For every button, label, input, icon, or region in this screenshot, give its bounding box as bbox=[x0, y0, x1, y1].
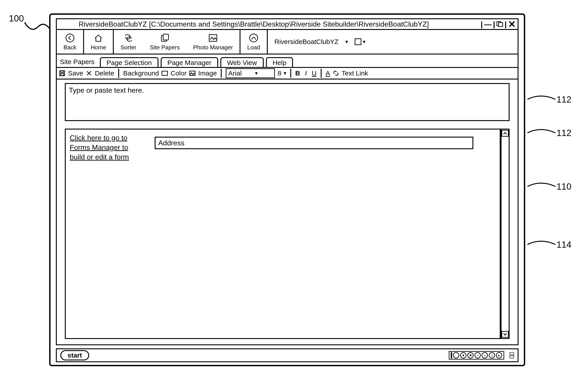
site-papers-button[interactable]: Site Papers bbox=[143, 30, 186, 54]
window-controls: | — | | ✕ bbox=[481, 19, 516, 30]
font-size-select[interactable]: 8 ▾ bbox=[278, 69, 286, 77]
project-selector[interactable]: RiversideBoatClubYZ ▾ ▾ bbox=[268, 30, 518, 54]
svg-point-4 bbox=[66, 34, 74, 42]
svg-rect-10 bbox=[61, 71, 63, 73]
dropdown-caret-icon: ▾ bbox=[363, 39, 365, 45]
save-button[interactable]: Save bbox=[68, 69, 83, 77]
home-label: Home bbox=[91, 44, 106, 51]
site-papers-label: Site Papers bbox=[150, 44, 180, 51]
vertical-scrollbar[interactable] bbox=[501, 129, 509, 339]
text-entry-area[interactable]: Type or paste text here. bbox=[65, 83, 509, 121]
figure-ref-112b: 112 bbox=[527, 125, 571, 141]
tray-record-icon[interactable]: ● bbox=[460, 352, 466, 358]
taskbar: start ● ■ « » ॥ ▸ bbox=[56, 348, 519, 362]
sorter-button[interactable]: Sorter bbox=[114, 30, 143, 54]
color-picker-swatch[interactable] bbox=[355, 38, 361, 45]
dropdown-caret-icon: ▾ bbox=[255, 70, 258, 76]
address-field[interactable]: Address bbox=[155, 137, 473, 149]
svg-rect-7 bbox=[209, 35, 217, 41]
back-button[interactable]: Back bbox=[57, 30, 84, 54]
tab-page-manager[interactable]: Page Manager bbox=[161, 57, 218, 67]
close-button[interactable]: ✕ bbox=[508, 19, 516, 30]
tray-rewind-icon[interactable]: « bbox=[474, 352, 481, 358]
titlebar: RiversideBoatClubYZ [C:\Documents and Se… bbox=[56, 18, 519, 30]
svg-rect-11 bbox=[61, 74, 64, 76]
tray-forward-icon[interactable]: » bbox=[482, 352, 488, 358]
sorter-icon bbox=[123, 33, 134, 43]
forms-manager-link[interactable]: Click here to go to Forms Manager to bui… bbox=[70, 133, 141, 334]
background-label: Background bbox=[123, 69, 159, 77]
svg-rect-3 bbox=[499, 22, 503, 27]
scroll-down-icon[interactable] bbox=[502, 331, 509, 338]
image-icon bbox=[189, 70, 196, 76]
tray-separator-icon bbox=[451, 352, 452, 358]
tab-bar: Site Papers Page Selection Page Manager … bbox=[56, 55, 519, 67]
home-button[interactable]: Home bbox=[84, 30, 114, 54]
delete-icon bbox=[86, 70, 92, 76]
address-field-label: Address bbox=[158, 139, 184, 147]
site-papers-icon bbox=[160, 33, 170, 43]
application-window: RiversideBoatClubYZ [C:\Documents and Se… bbox=[49, 13, 525, 366]
photo-manager-button[interactable]: Photo Manager bbox=[186, 30, 240, 54]
tab-web-view[interactable]: Web View bbox=[220, 57, 264, 67]
image-button[interactable]: Image bbox=[198, 69, 217, 77]
tab-help[interactable]: Help bbox=[266, 57, 293, 67]
font-size: 8 bbox=[278, 69, 281, 77]
scroll-up-icon[interactable] bbox=[502, 130, 509, 137]
window-title: RiversideBoatClubYZ [C:\Documents and Se… bbox=[59, 20, 429, 28]
photo-manager-label: Photo Manager bbox=[193, 44, 233, 51]
sorter-label: Sorter bbox=[121, 44, 136, 51]
tray-icon[interactable] bbox=[453, 352, 459, 358]
dropdown-caret-icon: ▾ bbox=[284, 70, 286, 76]
bold-button[interactable]: B bbox=[295, 69, 300, 77]
content-area: Type or paste text here. Click here to g… bbox=[56, 79, 519, 345]
dropdown-caret-icon: ▾ bbox=[345, 39, 348, 45]
font-name: Arial bbox=[228, 69, 242, 77]
back-label: Back bbox=[63, 44, 76, 51]
color-button[interactable]: Color bbox=[170, 69, 187, 77]
photo-manager-icon bbox=[208, 33, 218, 43]
svg-point-8 bbox=[250, 34, 258, 42]
system-tray: ● ■ « » ॥ ▸ bbox=[449, 351, 504, 360]
save-icon bbox=[59, 70, 65, 76]
font-family-select[interactable]: Arial ▾ bbox=[226, 68, 275, 78]
figure-ref-100: 100 bbox=[9, 13, 24, 23]
minimize-button[interactable]: — bbox=[484, 20, 492, 29]
tray-stop-icon[interactable]: ■ bbox=[467, 352, 474, 358]
underline-button[interactable]: U bbox=[312, 69, 317, 77]
text-entry-placeholder: Type or paste text here. bbox=[69, 86, 144, 94]
tab-page-selection[interactable]: Page Selection bbox=[100, 57, 158, 67]
svg-rect-12 bbox=[190, 71, 195, 76]
text-link-button[interactable]: Text Link bbox=[342, 69, 368, 77]
load-button[interactable]: Load bbox=[240, 30, 268, 54]
tray-pause-icon[interactable]: ॥ bbox=[489, 352, 495, 358]
figure-ref-110: 110 bbox=[527, 179, 571, 194]
tray-play-icon[interactable]: ▸ bbox=[496, 352, 502, 358]
figure-ref-112a: 112 bbox=[527, 92, 571, 107]
section-label: Site Papers bbox=[59, 57, 100, 67]
link-icon bbox=[333, 70, 339, 76]
italic-button[interactable]: I bbox=[303, 69, 309, 77]
start-button[interactable]: start bbox=[60, 350, 89, 360]
svg-rect-6 bbox=[163, 34, 168, 40]
tray-expand[interactable] bbox=[509, 352, 514, 358]
load-icon bbox=[249, 33, 259, 43]
font-color-button[interactable]: A bbox=[326, 69, 330, 77]
format-toolbar: Save Delete Background Color Image Arial… bbox=[56, 67, 519, 79]
back-icon bbox=[65, 33, 75, 43]
figure-ref-114: 114 bbox=[527, 237, 571, 252]
project-name: RiversideBoatClubYZ bbox=[274, 38, 338, 46]
main-toolbar: Back Home Sorter Site Papers Photo Manag… bbox=[56, 30, 519, 55]
color-swatch-icon[interactable] bbox=[162, 71, 168, 76]
load-label: Load bbox=[247, 44, 260, 51]
home-icon bbox=[93, 33, 104, 43]
maximize-button[interactable] bbox=[496, 21, 503, 27]
form-design-panel: Click here to go to Forms Manager to bui… bbox=[65, 129, 501, 339]
delete-button[interactable]: Delete bbox=[95, 69, 114, 77]
